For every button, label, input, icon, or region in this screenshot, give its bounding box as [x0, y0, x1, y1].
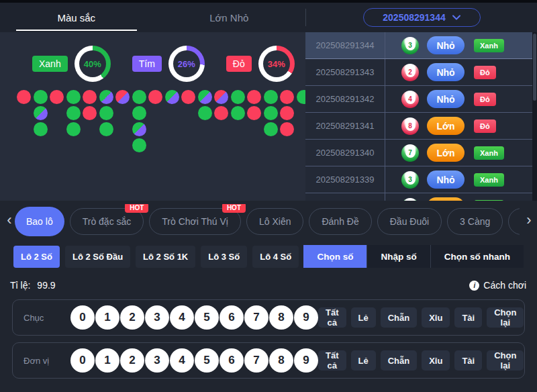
trend-dot-g	[34, 90, 48, 104]
bet-type-tab[interactable]: Lô 2 Số Đầu	[65, 246, 130, 268]
input-mode-tab[interactable]: Chọn số	[303, 245, 367, 268]
number-ball[interactable]: 7	[244, 305, 268, 330]
number-ball[interactable]: 8	[269, 348, 293, 373]
game-nav-item[interactable]: Lô Xiên	[246, 208, 303, 235]
trend-dot-g	[132, 106, 146, 120]
number-ball[interactable]: 9	[294, 348, 318, 373]
how-to-play-link[interactable]: i Cách chơi	[469, 280, 526, 291]
number-ball[interactable]: 7	[244, 348, 268, 373]
result-row[interactable]: 2025082913424NhỏĐỏ	[305, 86, 532, 113]
number-ball[interactable]: 6	[219, 305, 244, 330]
trend-dot-g	[66, 106, 81, 120]
number-ball[interactable]: 1	[95, 348, 119, 373]
number-ball[interactable]: 0	[70, 305, 95, 330]
input-mode-tab[interactable]: Chọn số nhanh	[430, 245, 524, 268]
trend-dot-g	[231, 106, 245, 120]
nav-prev-icon[interactable]: ‹	[4, 211, 15, 229]
pick-action-button[interactable]: Tài	[454, 307, 482, 328]
pick-action-button[interactable]: Tài	[454, 350, 482, 371]
results-scrollbar[interactable]	[532, 32, 537, 201]
result-ball: 8	[401, 117, 419, 135]
number-ball[interactable]: 9	[294, 305, 318, 330]
pick-action-button[interactable]: Tất cả	[318, 350, 346, 371]
result-ball-number: 2	[405, 67, 416, 77]
color-stat-label: Xanh	[32, 56, 68, 72]
bet-type-tab[interactable]: Lô 4 Số	[252, 246, 299, 268]
results-panel: 2025082913443NhỏXanh2025082913432NhỏĐỏ20…	[305, 32, 537, 201]
game-nav-item[interactable]: Bao lô	[15, 207, 64, 236]
input-mode-tab[interactable]: Nhập số	[367, 245, 430, 268]
rate-value: 99.9	[37, 280, 55, 291]
trend-dot-r	[83, 90, 97, 104]
game-nav-item[interactable]: Trò đặc sắcHOT	[70, 208, 144, 235]
results-list: 2025082913443NhỏXanh2025082913432NhỏĐỏ20…	[305, 32, 532, 201]
trend-dot-g	[99, 106, 113, 120]
number-ball[interactable]: 8	[269, 305, 293, 330]
result-row[interactable]: 2025082913407LớnXanh	[305, 140, 532, 166]
number-ball[interactable]: 4	[170, 305, 194, 330]
trend-dot-column	[83, 90, 97, 152]
game-nav-item[interactable]: Đánh Đề	[309, 208, 371, 235]
number-ball[interactable]: 2	[120, 305, 144, 330]
trend-dot-column	[99, 90, 113, 152]
number-ball[interactable]: 6	[219, 348, 244, 373]
pick-action-button[interactable]: Chẵn	[381, 307, 418, 328]
trend-dot-column	[148, 90, 162, 152]
game-nav-item[interactable]: 4 Càng	[508, 208, 520, 235]
number-pick-section: Chục0123456789Tất cảLẻChẵnXỉuTàiChọn lại…	[0, 297, 537, 385]
trend-dot-gp	[198, 90, 212, 104]
trend-dot-r	[50, 90, 64, 104]
number-ball[interactable]: 3	[145, 348, 169, 373]
bet-type-tab[interactable]: Lô 2 Số	[13, 246, 60, 268]
pick-action-button[interactable]: Lẻ	[351, 307, 376, 328]
result-period-id: 202508291339	[305, 166, 385, 193]
pick-action-button[interactable]: Chọn lại	[487, 350, 524, 371]
result-row[interactable]: LớnXanh	[305, 193, 532, 201]
number-ball[interactable]: 2	[120, 348, 144, 373]
color-stat-label: Đỏ	[226, 56, 252, 72]
percent-value: 34%	[268, 59, 285, 69]
pick-action-button[interactable]: Tất cả	[318, 307, 346, 328]
pick-action-button[interactable]: Chọn lại	[487, 307, 524, 328]
result-ball-number: 4	[405, 94, 416, 104]
result-row[interactable]: 2025082913432NhỏĐỏ	[305, 59, 532, 86]
number-ball[interactable]: 0	[70, 348, 95, 373]
bet-type-tab[interactable]: Lô 3 Số	[201, 246, 247, 268]
pick-action-button[interactable]: Xỉu	[422, 350, 450, 371]
result-size-badge: Nhỏ	[427, 170, 465, 189]
number-ball[interactable]: 5	[195, 305, 219, 330]
number-pick-row: Đơn vị0123456789Tất cảLẻChẵnXỉuTàiChọn l…	[12, 342, 525, 379]
pick-action-button[interactable]: Lẻ	[351, 350, 376, 371]
pick-action-button[interactable]: Xỉu	[422, 307, 450, 328]
trend-dot-gp	[132, 122, 146, 136]
game-nav-item[interactable]: Đầu Đuôi	[377, 208, 442, 235]
period-dropdown-value: 202508291344	[383, 12, 445, 23]
number-ball[interactable]: 5	[195, 348, 219, 373]
trend-dot-column	[34, 90, 48, 152]
result-size-badge: Lớn	[427, 117, 465, 135]
result-row[interactable]: 2025082913393NhỏXanh	[305, 166, 532, 193]
trend-dot-g	[34, 122, 48, 136]
result-size-badge: Nhỏ	[427, 36, 465, 54]
number-ball[interactable]: 4	[170, 348, 194, 373]
result-ball-number: 3	[405, 175, 416, 185]
result-row[interactable]: 2025082913418LớnĐỏ	[305, 113, 532, 140]
tab-mau-sac[interactable]: Màu sắc	[0, 3, 153, 32]
trend-dot-r	[247, 90, 261, 104]
number-balls: 0123456789	[70, 305, 318, 330]
bet-type-tab[interactable]: Lô 2 Số 1K	[136, 246, 195, 268]
scrollbar-thumb[interactable]	[533, 34, 536, 101]
result-row-values: 8LớnĐỏ	[385, 113, 532, 139]
header-right: 202508291344	[306, 8, 537, 27]
number-ball[interactable]: 3	[145, 305, 169, 330]
pick-action-button[interactable]: Chẵn	[381, 350, 418, 371]
period-dropdown[interactable]: 202508291344	[363, 8, 481, 27]
result-row[interactable]: 2025082913443NhỏXanh	[305, 32, 532, 59]
tab-lon-nho[interactable]: Lớn Nhỏ	[153, 3, 306, 32]
trend-dot-column	[280, 90, 294, 152]
game-nav-item[interactable]: Trò Chơi Thú VịHOT	[149, 208, 241, 235]
game-nav-item[interactable]: 3 Càng	[447, 208, 503, 235]
number-ball[interactable]: 1	[95, 305, 119, 330]
nav-next-icon[interactable]: ›	[524, 211, 534, 229]
result-period-id: 202508291343	[305, 59, 385, 85]
